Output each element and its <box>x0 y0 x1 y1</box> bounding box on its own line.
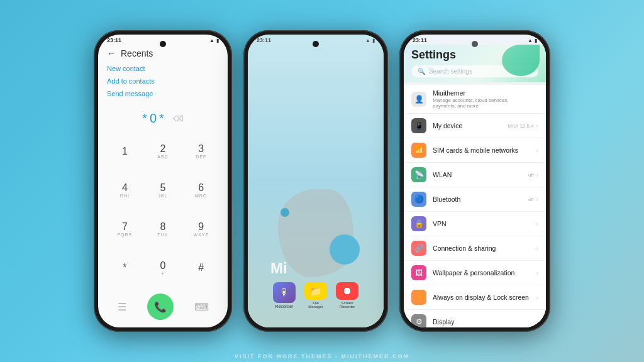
status-icons-1: ▲ ▮ <box>209 38 219 43</box>
chevron-icon: › <box>536 221 538 228</box>
settings-item-content-9: Display <box>433 318 530 326</box>
mi-label: Mi <box>270 260 287 277</box>
app-recorder[interactable]: 🎙 Recorder <box>271 282 297 309</box>
settings-item-content-8: Always on display & Lock screen <box>433 293 530 301</box>
dial-key-8[interactable]: 8TUV <box>145 211 181 248</box>
backspace-icon[interactable]: ⌫ <box>173 114 184 123</box>
chevron-icon: › <box>536 319 538 326</box>
dial-key-9[interactable]: 9WXYZ <box>183 211 219 248</box>
dialpad-icon[interactable]: ⌨ <box>194 301 209 313</box>
dial-sub: ABC <box>157 155 168 159</box>
call-button[interactable]: 📞 <box>147 293 174 320</box>
new-contact-link[interactable]: New contact <box>107 65 219 72</box>
settings-title: Settings <box>411 48 456 61</box>
time-2: 23:11 <box>257 37 271 43</box>
dial-sub: PQRS <box>117 233 132 237</box>
back-button[interactable]: ← <box>107 48 116 58</box>
settings-item-content-3: WLAN <box>433 171 522 178</box>
settings-item-wlan[interactable]: 📡 WLAN off› <box>404 163 546 187</box>
settings-item-content-5: VPN <box>433 220 530 228</box>
dial-main: # <box>198 262 204 273</box>
settings-item-title-6: Connection & sharing <box>433 244 530 252</box>
dial-key-#[interactable]: # <box>183 250 219 286</box>
settings-item-content-7: Wallpaper & personalization <box>433 269 530 277</box>
settings-item-title-5: VPN <box>433 220 530 228</box>
app-screen-rec[interactable]: ⏺ Screen Recorder <box>334 282 360 309</box>
dial-key-1[interactable]: 1 <box>107 133 143 170</box>
home-apps: 🎙 Recorder 📁 File Manager ⏺ Screen Recor… <box>271 282 360 309</box>
settings-icon-wallpaper: 🖼 <box>411 265 426 280</box>
chevron-icon: › <box>536 172 538 178</box>
settings-item-display[interactable]: ⚙ Display › <box>404 310 546 327</box>
signal-icon-3: ▲ <box>528 38 533 43</box>
settings-item-account[interactable]: 👤 Miuithemer Manage accounts, cloud serv… <box>404 85 546 114</box>
chevron-icon: › <box>536 196 538 203</box>
dial-key-6[interactable]: 6MNO <box>183 172 219 209</box>
settings-item-display-lock[interactable]: 🔆 Always on display & Lock screen › <box>404 285 546 310</box>
dial-key-2[interactable]: 2ABC <box>145 133 181 170</box>
dial-key-7[interactable]: 7PQRS <box>107 211 143 248</box>
status-icons-2: ▲ ▮ <box>365 38 375 43</box>
settings-item-vpn[interactable]: 🔒 VPN › <box>404 212 546 236</box>
dial-main: 3 <box>198 143 204 155</box>
settings-item-content-2: SIM cards & mobile networks <box>433 146 530 154</box>
settings-icon-sim: 📶 <box>411 143 426 158</box>
dial-main: 6 <box>198 182 204 194</box>
dial-key-4[interactable]: 4GHI <box>107 172 143 209</box>
dial-main: 0 <box>160 260 166 272</box>
settings-item-title-1: My device <box>433 122 501 129</box>
send-message-link[interactable]: Send message <box>107 90 219 97</box>
dial-sub: MNO <box>195 194 207 198</box>
signal-icon-1: ▲ <box>209 38 214 43</box>
menu-icon[interactable]: ☰ <box>118 301 126 313</box>
time-3: 23:11 <box>413 37 427 43</box>
punch-hole <box>160 41 166 47</box>
dial-main: 4 <box>122 182 128 194</box>
search-placeholder: Search settings <box>429 68 472 75</box>
settings-icon-display: ⚙ <box>411 314 426 327</box>
recorder-icon: 🎙 <box>273 282 296 303</box>
settings-item-right-2: › <box>536 147 538 154</box>
dial-input[interactable]: *0* <box>142 111 167 126</box>
dial-main: 2 <box>160 143 166 155</box>
phone1-screen: 23:11 ▲ ▮ ← Recents New contact Add to c… <box>98 35 228 327</box>
chevron-icon: › <box>536 123 538 129</box>
app-files[interactable]: 📁 File Manager <box>303 282 329 309</box>
settings-item-right-6: › <box>536 245 538 252</box>
settings-item-content-1: My device <box>433 122 501 129</box>
punch-hole-2 <box>313 41 319 47</box>
settings-icon-vpn: 🔒 <box>411 216 426 231</box>
dial-key-0[interactable]: 0+ <box>145 250 181 286</box>
settings-item-title-9: Display <box>433 318 530 326</box>
dial-sub: WXYZ <box>194 233 209 237</box>
settings-item-title-3: WLAN <box>433 171 522 178</box>
phone2-screen: 23:11 ▲ ▮ Mi 🎙 Recorder 📁 File M <box>248 35 384 327</box>
settings-item-content-4: Bluetooth <box>433 195 522 203</box>
punch-hole-3 <box>472 41 478 47</box>
add-contact-link[interactable]: Add to contacts <box>107 77 219 85</box>
dial-key-*[interactable]: * <box>107 250 143 286</box>
chevron-icon: › <box>536 147 538 154</box>
dial-main: 8 <box>160 221 166 233</box>
dial-sub: JKL <box>158 194 167 198</box>
settings-item-bt[interactable]: 🔵 Bluetooth off› <box>404 187 546 212</box>
files-label: File Manager <box>308 301 323 309</box>
settings-item-conn[interactable]: 🔗 Connection & sharing › <box>404 236 546 261</box>
dial-key-5[interactable]: 5JKL <box>145 172 181 209</box>
dial-main: 1 <box>122 146 128 157</box>
settings-item-subtitle-0: Manage accounts, cloud services, payment… <box>433 97 532 109</box>
search-icon: 🔍 <box>418 68 425 75</box>
settings-item-wallpaper[interactable]: 🖼 Wallpaper & personalization › <box>404 261 546 285</box>
settings-deco <box>502 45 540 76</box>
dial-sub: + <box>161 272 164 276</box>
settings-item-device[interactable]: 📱 My device MIUI 12.5.4› <box>404 114 546 138</box>
dialpad-footer: ☰ 📞 ⌨ <box>98 288 228 327</box>
files-icon: 📁 <box>304 282 327 300</box>
dial-main: 7 <box>122 221 128 233</box>
settings-icon-wlan: 📡 <box>411 167 426 182</box>
battery-icon-3: ▮ <box>535 38 537 43</box>
settings-item-right-8: › <box>536 294 538 301</box>
dial-key-3[interactable]: 3DEF <box>183 133 219 170</box>
settings-item-sim[interactable]: 📶 SIM cards & mobile networks › <box>404 138 546 163</box>
item-badge: MIUI 12.5.4 <box>508 123 533 129</box>
